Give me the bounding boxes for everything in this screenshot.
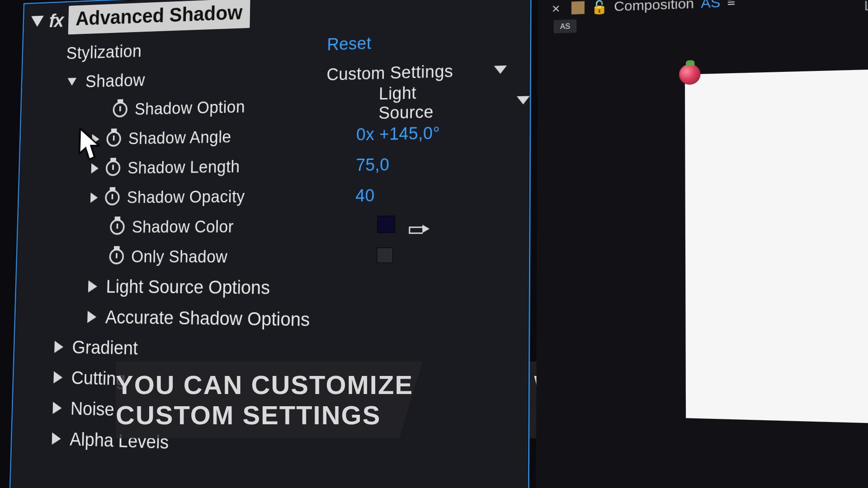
collapse-effect-icon[interactable] [31,16,43,27]
shadow-option-dropdown[interactable]: Light Source [378,80,530,123]
effect-header: fx Advanced Shadow [24,0,530,40]
shadow-angle-value[interactable]: 0x +145,0° [356,123,440,144]
tab-layer[interactable]: Layer (none) [864,0,868,14]
prop-shadow-opacity-label: Shadow Opacity [127,187,245,207]
prop-only-shadow-label: Only Shadow [131,247,228,266]
reset-button[interactable]: Reset [327,33,372,54]
shadow-length-value[interactable]: 75,0 [356,155,390,175]
prop-shadow-length-label: Shadow Length [127,157,240,178]
comp-color-swatch [571,1,584,15]
group-gradient-label: Gradient [72,337,138,359]
prop-shadow-opacity-row: Shadow Opacity 40 [19,178,529,213]
prop-shadow-angle-label: Shadow Angle [128,127,231,148]
group-shadow-row: Shadow Custom Settings [22,53,530,98]
dropdown-caret-icon [517,96,530,104]
stopwatch-icon[interactable] [106,131,121,147]
shadow-opacity-value[interactable]: 40 [355,186,375,205]
stopwatch-icon[interactable] [110,219,125,235]
twirl-icon[interactable] [52,432,61,445]
lock-icon[interactable]: 🔓 [591,0,608,15]
preset-value: Custom Settings [326,61,453,84]
group-noise-label: Noise [70,398,114,421]
stopwatch-icon[interactable] [113,102,127,117]
twirl-icon[interactable] [54,341,63,353]
prop-shadow-option-row: Shadow Option Light Source [21,84,530,126]
viewer-panel: Snapping × 🔓 Composition AS ≡ Layer (non… [536,0,868,488]
shadow-option-value: Light Source [378,82,476,123]
subgroup-light-source[interactable]: Light Source Options [16,271,528,306]
group-shadow-label[interactable]: Shadow [85,70,146,91]
fx-icon[interactable]: fx [49,11,63,30]
viewer-secondary-tabs: Layer (none) Footage (… [864,0,868,39]
eyedropper-icon[interactable] [409,225,429,233]
twirl-icon[interactable] [88,280,97,292]
effect-category: Stylization [66,41,142,63]
panel-menu-icon[interactable]: ≡ [727,0,736,9]
prop-shadow-angle-row: Shadow Angle 0x +145,0° [20,116,530,155]
stopwatch-icon[interactable] [109,249,124,264]
prop-shadow-color-label: Shadow Color [132,217,234,236]
group-toggle-icon[interactable] [67,78,76,86]
comp-canvas[interactable] [685,67,868,426]
twirl-icon[interactable] [53,371,62,384]
dropdown-caret-icon [494,66,507,74]
subgroup-accurate-shadow[interactable]: Accurate Shadow Options [15,301,529,339]
prop-shadow-color-row: Shadow Color [18,210,529,242]
stopwatch-icon[interactable] [105,190,120,206]
twirl-icon[interactable] [87,311,96,323]
subgroup-light-source-label: Light Source Options [106,276,270,299]
close-tab-button[interactable]: × [547,0,565,19]
viewer-comp-name[interactable]: AS [701,0,720,11]
viewer-title-prefix: Composition [614,0,694,14]
twirl-icon[interactable] [92,134,99,145]
prop-shadow-option-label: Shadow Option [135,97,245,118]
twirl-icon[interactable] [53,402,62,414]
preset-dropdown[interactable]: Custom Settings [326,60,507,84]
only-shadow-checkbox[interactable] [377,247,393,263]
tab-active-comp[interactable]: AS [554,19,577,33]
subgroup-accurate-shadow-label: Accurate Shadow Options [105,307,310,331]
shadow-color-swatch[interactable] [377,216,395,233]
prop-only-shadow-row: Only Shadow [17,242,529,273]
twirl-icon[interactable] [91,163,99,174]
prop-shadow-length-row: Shadow Length 75,0 [19,147,529,183]
twirl-icon[interactable] [90,192,98,203]
effect-title[interactable]: Advanced Shadow [68,0,250,34]
effect-category-row: Stylization Reset [23,22,530,69]
viewer-tabs: × 🔓 Composition AS ≡ [547,0,735,19]
stopwatch-icon[interactable] [106,160,121,176]
